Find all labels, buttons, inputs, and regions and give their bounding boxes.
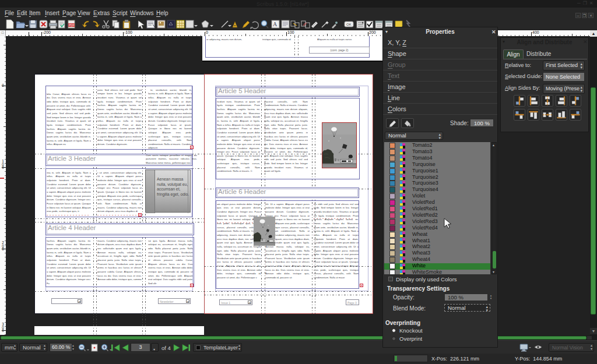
svg-text:PDF: PDF	[69, 23, 75, 27]
svg-text:A: A	[273, 21, 278, 27]
svg-text:OK: OK	[346, 23, 352, 26]
